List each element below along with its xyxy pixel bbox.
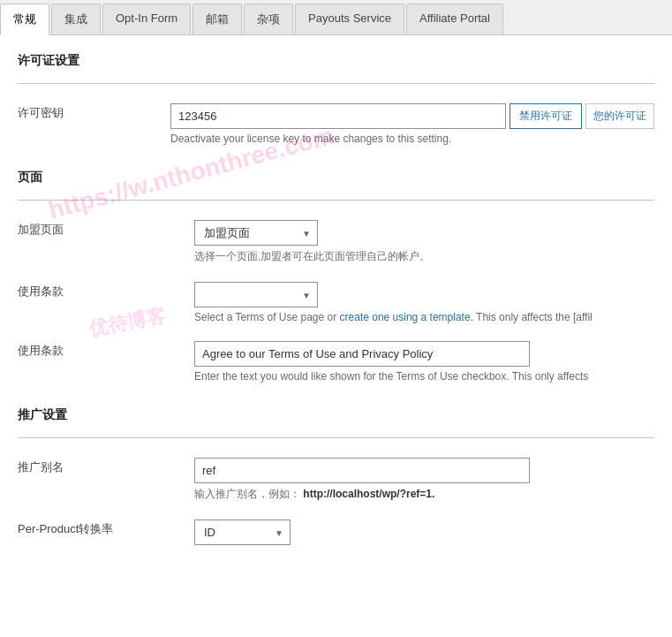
terms-help-suffix: . This only affects the [affil <box>471 311 593 323</box>
tab-misc[interactable]: 杂项 <box>244 4 293 34</box>
conversion-rate-row: Per-Product转换率 ID Percentage Flat ▼ <box>18 511 654 554</box>
tab-email[interactable]: 邮箱 <box>193 4 242 34</box>
referral-slug-help: 输入推广别名，例如： http://localhost/wp/?ref=1. <box>194 487 654 502</box>
conversion-select[interactable]: ID Percentage Flat <box>194 519 291 545</box>
license-form-table: 许可密钥 禁用许可证 您的许可证 Deactivate your license… <box>18 95 654 154</box>
license-status-badge: 您的许可证 <box>585 103 654 129</box>
pages-section-header: 页面 <box>18 170 654 193</box>
affiliate-page-help-text: 选择一个页面,加盟者可在此页面管理自己的帐户。 <box>194 249 654 264</box>
terms-select-label: 使用条款 <box>18 284 64 298</box>
tab-affiliate-portal[interactable]: Affiliate Portal <box>406 4 503 34</box>
pages-divider <box>18 200 654 201</box>
affiliate-page-select-wrapper: 加盟页面 ▼ <box>194 220 318 246</box>
referral-slug-help-prefix: 输入推广别名，例如： <box>194 488 300 500</box>
affiliate-page-label: 加盟页面 <box>18 223 64 236</box>
referral-slug-label: 推广别名 <box>18 460 64 474</box>
pages-section-title: 页面 <box>18 170 42 186</box>
license-help-text: Deactivate your license key to make chan… <box>170 133 654 145</box>
license-section-header: 许可证设置 <box>18 53 654 76</box>
referral-slug-row: 推广别名 输入推广别名，例如： http://localhost/wp/?ref… <box>18 449 654 511</box>
tab-general[interactable]: 常规 <box>0 4 49 35</box>
terms-help-text: Select a Terms of Use page or create one… <box>194 311 654 323</box>
referral-slug-input[interactable] <box>194 458 530 483</box>
license-key-row: 许可密钥 禁用许可证 您的许可证 Deactivate your license… <box>18 95 654 154</box>
tabs-bar: 常规 集成 Opt-In Form 邮箱 杂项 Payouts Service … <box>0 0 672 35</box>
terms-select[interactable] <box>194 282 318 307</box>
terms-checkbox-label: 使用条款 <box>18 344 64 357</box>
terms-template-link[interactable]: create one using a template <box>340 311 471 323</box>
page-wrap: https://w.nthonthree.com 优待博客 常规 集成 Opt-… <box>0 0 672 637</box>
pages-form-table: 加盟页面 加盟页面 ▼ 选择一个页面,加盟者可在此页面管理自己的帐户。 <box>18 211 654 391</box>
license-section-title: 许可证设置 <box>18 53 79 69</box>
conversion-select-wrapper: ID Percentage Flat ▼ <box>194 519 291 545</box>
affiliate-page-select[interactable]: 加盟页面 <box>194 220 318 246</box>
tab-payouts-service[interactable]: Payouts Service <box>295 4 404 34</box>
license-key-input[interactable] <box>170 103 506 129</box>
terms-checkbox-help-text: Enter the text you would like shown for … <box>194 370 654 383</box>
referral-divider <box>18 437 654 438</box>
terms-select-row: 使用条款 ▼ Select a Terms of Use page or cre… <box>18 273 654 332</box>
tab-optin-form[interactable]: Opt-In Form <box>102 4 191 34</box>
affiliate-page-row: 加盟页面 加盟页面 ▼ 选择一个页面,加盟者可在此页面管理自己的帐户。 <box>18 211 654 273</box>
tab-integration[interactable]: 集成 <box>51 4 101 34</box>
license-key-label: 许可密钥 <box>18 106 64 119</box>
referral-section-header: 推广设置 <box>18 407 654 430</box>
terms-help-prefix: Select a Terms of Use page or <box>194 311 340 323</box>
main-content: 许可证设置 许可密钥 禁用许可证 您的许可证 Deactivate your l… <box>0 35 672 572</box>
conversion-rate-label: Per-Product转换率 <box>18 522 113 535</box>
license-key-input-row: 禁用许可证 您的许可证 <box>170 103 654 129</box>
deactivate-license-button[interactable]: 禁用许可证 <box>510 103 582 129</box>
referral-form-table: 推广别名 输入推广别名，例如： http://localhost/wp/?ref… <box>18 449 654 554</box>
referral-section-title: 推广设置 <box>18 407 67 423</box>
terms-select-wrapper: ▼ <box>194 282 318 307</box>
license-divider <box>18 83 654 84</box>
terms-checkbox-input[interactable] <box>194 341 530 367</box>
terms-checkbox-row: 使用条款 Enter the text you would like shown… <box>18 332 654 391</box>
referral-slug-help-example: http://localhost/wp/?ref=1. <box>303 488 434 500</box>
